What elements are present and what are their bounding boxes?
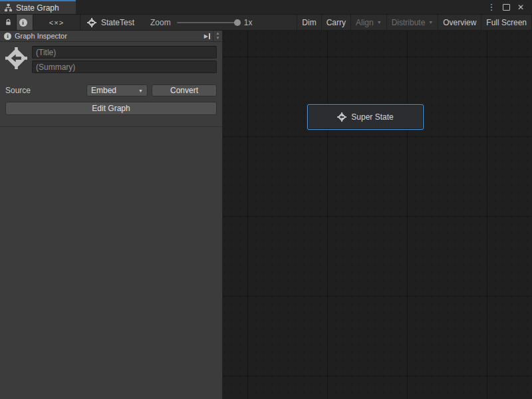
overview-label: Overview — [443, 18, 476, 27]
edit-graph-button[interactable]: Edit Graph — [5, 102, 217, 115]
maximize-button[interactable] — [500, 1, 512, 13]
graph-info-row — [0, 42, 222, 73]
dock-icon: ▶ — [204, 33, 208, 39]
source-dropdown[interactable]: Embed ▼ — [86, 84, 148, 96]
zoom-value: 1x — [244, 18, 253, 27]
graph-summary-input[interactable] — [32, 61, 217, 73]
info-icon: i — [19, 19, 27, 27]
graph-canvas[interactable]: Super State — [223, 31, 532, 399]
source-dropdown-value: Embed — [91, 86, 116, 95]
state-graph-icon — [5, 47, 27, 69]
close-button[interactable]: ✕ — [515, 1, 527, 13]
titlebar: State Graph ⋮ ✕ — [0, 0, 532, 15]
convert-button[interactable]: Convert — [152, 84, 217, 96]
code-view-button[interactable]: <×> — [33, 15, 80, 30]
graph-hierarchy-icon — [4, 3, 13, 12]
overview-button[interactable]: Overview — [438, 15, 481, 30]
full-screen-button[interactable]: Full Screen — [481, 15, 532, 30]
carry-button[interactable]: Carry — [321, 15, 350, 30]
tab-label: State Graph — [16, 3, 59, 13]
breadcrumb-state-test[interactable]: StateTest — [80, 15, 141, 30]
info-icon: i — [4, 33, 11, 40]
align-label: Align — [356, 18, 374, 27]
close-icon: ✕ — [517, 3, 524, 12]
panel-title: Graph Inspector — [15, 32, 67, 40]
scroll-down-icon: ▼ — [216, 36, 220, 41]
chevron-down-icon: ▼ — [428, 20, 433, 25]
panel-scroll-arrows[interactable]: ▲ ▼ — [213, 31, 222, 41]
panel-empty-area — [0, 127, 222, 399]
distribute-label: Distribute — [392, 18, 426, 27]
node-super-state[interactable]: Super State — [307, 104, 424, 130]
zoom-slider[interactable] — [177, 22, 238, 23]
state-graph-icon — [337, 112, 346, 122]
graph-inspector-panel: i Graph Inspector ▶ ▲ ▼ — [0, 31, 223, 399]
window-menu-button[interactable]: ⋮ — [485, 1, 497, 13]
state-graph-icon — [87, 18, 96, 27]
chevron-down-icon: ▼ — [138, 88, 143, 93]
lock-button[interactable] — [0, 15, 16, 30]
kebab-menu-icon: ⋮ — [487, 2, 496, 12]
state-graph-window: State Graph ⋮ ✕ i <×> — [0, 0, 532, 399]
source-row: Source Embed ▼ Convert — [5, 84, 217, 96]
maximize-icon — [503, 4, 510, 11]
source-label: Source — [5, 86, 86, 95]
full-screen-label: Full Screen — [486, 18, 527, 27]
carry-label: Carry — [327, 18, 346, 27]
inspector-toggle-button[interactable]: i — [17, 15, 33, 30]
zoom-label: Zoom — [150, 18, 171, 27]
tab-state-graph[interactable]: State Graph — [0, 0, 76, 14]
dim-button[interactable]: Dim — [297, 15, 321, 30]
breadcrumb-label: StateTest — [101, 18, 134, 27]
dock-icon-bar — [209, 33, 210, 39]
dim-label: Dim — [302, 18, 316, 27]
graph-inspector-header: i Graph Inspector ▶ ▲ ▼ — [0, 31, 222, 42]
code-icon: <×> — [49, 19, 64, 27]
scroll-up-icon: ▲ — [216, 31, 220, 36]
zoom-control: Zoom 1x — [150, 15, 252, 30]
distribute-button[interactable]: Distribute ▼ — [386, 15, 438, 30]
graph-tools: Dim Carry Align ▼ Distribute ▼ Overview … — [297, 15, 532, 30]
chevron-down-icon: ▼ — [377, 20, 382, 25]
graph-title-input[interactable] — [32, 46, 217, 59]
dock-panel-button[interactable]: ▶ — [201, 33, 213, 39]
window-controls: ⋮ ✕ — [485, 0, 532, 14]
convert-label: Convert — [170, 86, 198, 95]
align-button[interactable]: Align ▼ — [350, 15, 386, 30]
zoom-slider-handle[interactable] — [234, 19, 241, 26]
edit-graph-label: Edit Graph — [92, 104, 130, 113]
toolbar: i <×> StateTest Zoom 1x — [0, 15, 532, 31]
lock-icon — [5, 19, 12, 26]
node-label: Super State — [351, 112, 393, 122]
